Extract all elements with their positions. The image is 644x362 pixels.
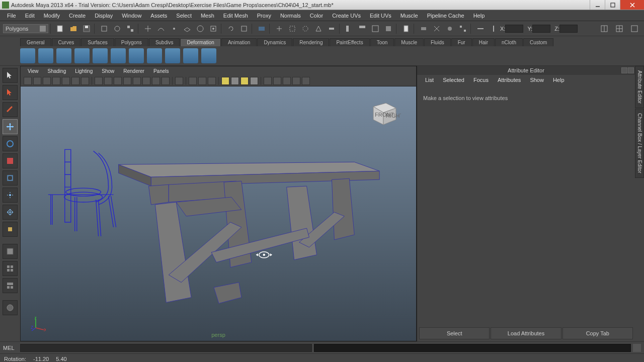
- move-tool[interactable]: [3, 119, 18, 134]
- menu-muscle[interactable]: Muscle: [396, 11, 422, 20]
- module-dropdown[interactable]: Polygons: [3, 24, 48, 33]
- vt-render-5-icon[interactable]: [302, 77, 310, 85]
- menu-color[interactable]: Color: [306, 11, 327, 20]
- command-line-button[interactable]: [633, 344, 641, 352]
- command-line-input[interactable]: [20, 344, 312, 352]
- shelf-tab-dynamics[interactable]: Dynamics: [257, 38, 292, 46]
- attr-menu-list[interactable]: List: [421, 76, 438, 83]
- attr-menu-focus[interactable]: Focus: [469, 76, 493, 83]
- selection-mode-button[interactable]: [112, 23, 123, 34]
- paint-tool[interactable]: [3, 102, 18, 117]
- shelf-icon-5[interactable]: [93, 48, 108, 63]
- attr-load-button[interactable]: Load Attributes: [491, 327, 561, 339]
- clipboard-button[interactable]: [400, 23, 412, 34]
- menu-create[interactable]: Create: [65, 11, 90, 20]
- vt-render-4-icon[interactable]: [292, 77, 300, 85]
- vt-isolate-icon[interactable]: [175, 77, 183, 85]
- vt-shade-2-icon[interactable]: [104, 77, 112, 85]
- show-manip-tool[interactable]: [3, 205, 18, 220]
- shelf-icon-1[interactable]: [20, 48, 35, 63]
- menu-select[interactable]: Select: [172, 11, 196, 20]
- misc-button-4[interactable]: [457, 23, 468, 34]
- vt-shade-3-icon[interactable]: [114, 77, 122, 85]
- selection-mask-button[interactable]: [99, 23, 110, 34]
- viewport-menu-lighting[interactable]: Lighting: [71, 68, 97, 74]
- shelf-icon-7[interactable]: [129, 48, 144, 63]
- snap-plane-button[interactable]: [182, 23, 193, 34]
- shelf-icon-9[interactable]: [165, 48, 180, 63]
- attr-menu-attributes[interactable]: Attributes: [494, 76, 525, 83]
- vt-film-icon[interactable]: [62, 77, 70, 85]
- menu-pipelinecache[interactable]: Pipeline Cache: [423, 11, 468, 20]
- input-button-3[interactable]: [300, 23, 311, 34]
- universal-tool[interactable]: [3, 170, 18, 186]
- shelf-icon-3[interactable]: [56, 48, 71, 63]
- history-button-2[interactable]: [238, 23, 250, 34]
- shelf-tab-toon[interactable]: Toon: [370, 38, 394, 46]
- vt-render-3-icon[interactable]: [283, 77, 291, 85]
- shelf-icon-6[interactable]: [111, 48, 126, 63]
- lasso-tool[interactable]: [3, 85, 18, 100]
- viewport-menu-renderer[interactable]: Renderer: [119, 68, 148, 74]
- vt-display-3-icon[interactable]: [208, 77, 216, 85]
- shelf-tab-fur[interactable]: Fur: [451, 38, 472, 46]
- layout-button-1[interactable]: [599, 23, 610, 34]
- side-tab-channel-box[interactable]: Channel Box / Layer Editor: [635, 109, 644, 178]
- vt-bookmark-icon[interactable]: [33, 77, 41, 85]
- input-button-2[interactable]: [287, 23, 298, 34]
- shelf-tab-painteffects[interactable]: PaintEffects: [330, 38, 369, 46]
- snap-view-button[interactable]: [208, 23, 219, 34]
- viewport-canvas[interactable]: FRONT RIGHT y x z persp: [21, 86, 416, 341]
- history-button[interactable]: [225, 23, 236, 34]
- shelf-tab-muscle[interactable]: Muscle: [394, 38, 424, 46]
- shelf-icon-11[interactable]: [201, 48, 216, 63]
- construction-button-3[interactable]: [370, 23, 381, 34]
- vt-light-4-icon[interactable]: [250, 77, 258, 85]
- vt-shade-1-icon[interactable]: [95, 77, 103, 85]
- vt-render-2-icon[interactable]: [273, 77, 281, 85]
- shelf-tab-curves[interactable]: Curves: [52, 38, 81, 46]
- shelf-tab-fluids[interactable]: Fluids: [424, 38, 451, 46]
- misc-button-1[interactable]: [418, 23, 429, 34]
- shelf-icon-8[interactable]: [147, 48, 162, 63]
- shelf-icon-10[interactable]: [183, 48, 198, 63]
- vt-display-1-icon[interactable]: [189, 77, 197, 85]
- new-scene-button[interactable]: [55, 23, 66, 34]
- close-button[interactable]: [620, 0, 644, 10]
- selection-mode-button-2[interactable]: [125, 23, 136, 34]
- construction-button-1[interactable]: [344, 23, 355, 34]
- menu-normals[interactable]: Normals: [276, 11, 305, 20]
- attr-dock-button[interactable]: [621, 67, 627, 73]
- shelf-tab-ncloth[interactable]: nCloth: [495, 38, 523, 46]
- select-tool[interactable]: [3, 68, 18, 83]
- vt-render-1-icon[interactable]: [264, 77, 272, 85]
- vt-shade-6-icon[interactable]: [142, 77, 150, 85]
- shelf-tab-rendering[interactable]: Rendering: [293, 38, 329, 46]
- shelf-tab-surfaces[interactable]: Surfaces: [81, 38, 114, 46]
- open-scene-button[interactable]: [68, 23, 79, 34]
- menu-proxy[interactable]: Proxy: [253, 11, 275, 20]
- menu-help[interactable]: Help: [469, 11, 489, 20]
- viewport-menu-panels[interactable]: Panels: [149, 68, 173, 74]
- vt-shade-4-icon[interactable]: [123, 77, 131, 85]
- misc-button-5[interactable]: [475, 23, 486, 34]
- vt-camera-icon[interactable]: [24, 77, 32, 85]
- misc-button-6[interactable]: [488, 23, 499, 34]
- maximize-button[interactable]: [605, 0, 620, 10]
- attr-menu-help[interactable]: Help: [549, 76, 569, 83]
- vt-light-2-icon[interactable]: [231, 77, 239, 85]
- coord-x-input[interactable]: [505, 25, 523, 33]
- shelf-tab-polygons[interactable]: Polygons: [115, 38, 148, 46]
- menu-assets[interactable]: Assets: [146, 11, 171, 20]
- shelf-tab-deformation[interactable]: Deformation: [180, 38, 220, 46]
- menu-modify[interactable]: Modify: [40, 11, 64, 20]
- menu-display[interactable]: Display: [91, 11, 117, 20]
- menu-editmesh[interactable]: Edit Mesh: [219, 11, 252, 20]
- save-scene-button[interactable]: [81, 23, 92, 34]
- layout-button-2[interactable]: [614, 23, 625, 34]
- layout-four[interactable]: [3, 261, 18, 276]
- attr-menu-show[interactable]: Show: [526, 76, 548, 83]
- misc-button-2[interactable]: [431, 23, 442, 34]
- menu-createuvs[interactable]: Create UVs: [328, 11, 365, 20]
- rotate-tool[interactable]: [3, 136, 18, 151]
